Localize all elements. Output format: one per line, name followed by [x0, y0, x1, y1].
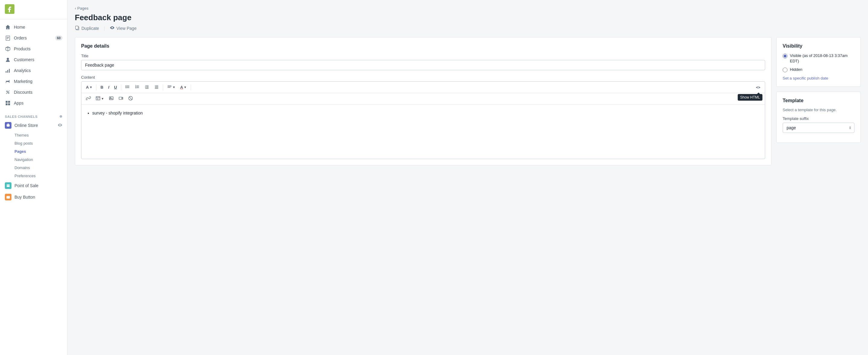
duplicate-button[interactable]: Duplicate: [75, 25, 99, 31]
sidebar-item-point-of-sale[interactable]: Point of Sale: [0, 180, 67, 191]
buy-button-icon: [5, 194, 11, 200]
subnav-navigation[interactable]: Navigation: [14, 156, 67, 164]
subnav-pages[interactable]: Pages: [14, 148, 67, 156]
svg-point-14: [8, 93, 9, 94]
template-suffix-select[interactable]: page contact faq: [783, 123, 855, 133]
sidebar-item-orders[interactable]: Orders 60: [0, 33, 67, 43]
customers-icon: [5, 57, 11, 63]
discounts-icon: [5, 89, 11, 95]
text-align-button[interactable]: ▼: [165, 83, 178, 92]
sidebar: Home Orders 60 Products Customers: [0, 0, 67, 355]
sidebar-item-analytics[interactable]: Analytics: [0, 65, 67, 76]
svg-point-26: [125, 86, 126, 86]
visible-label: Visible (as of 2018-08-13 3:37am EDT): [790, 53, 855, 64]
svg-rect-23: [6, 196, 10, 199]
clear-format-button[interactable]: [126, 94, 135, 103]
template-suffix-label: Template suffix: [783, 116, 855, 121]
svg-rect-11: [9, 69, 10, 73]
template-card: Template Select a template for this page…: [776, 92, 861, 143]
bullet-list-button[interactable]: [123, 83, 132, 92]
toolbar-divider-2: [121, 85, 121, 90]
bold-button[interactable]: B: [98, 84, 105, 91]
sidebar-item-apps[interactable]: Apps: [0, 98, 67, 108]
hidden-radio[interactable]: [783, 67, 787, 72]
visibility-hidden-option[interactable]: Hidden: [783, 67, 855, 72]
font-color-dropdown-arrow: ▼: [184, 86, 187, 89]
table-button[interactable]: ▼: [93, 94, 106, 103]
image-button[interactable]: [107, 94, 116, 103]
orders-badge: 60: [55, 36, 62, 40]
image-icon: [109, 96, 114, 102]
template-suffix-select-wrapper: page contact faq: [783, 123, 855, 133]
indent-button[interactable]: [142, 83, 151, 92]
underline-button[interactable]: U: [112, 84, 119, 91]
visibility-visible-option[interactable]: Visible (as of 2018-08-13 3:37am EDT): [783, 53, 855, 64]
hidden-label: Hidden: [790, 67, 802, 72]
set-publish-date-link[interactable]: Set a specific publish date: [783, 76, 828, 80]
svg-point-28: [125, 87, 126, 87]
visible-radio[interactable]: [783, 54, 787, 59]
svg-point-13: [7, 91, 8, 92]
link-icon: [86, 96, 91, 102]
align-icon: [167, 85, 172, 90]
link-button[interactable]: [84, 94, 93, 103]
sidebar-item-buy-button[interactable]: Buy Button: [0, 191, 67, 203]
subnav-preferences[interactable]: Preferences: [14, 172, 67, 180]
page-actions: Duplicate | View Page: [75, 25, 861, 31]
sidebar-item-home-label: Home: [14, 25, 25, 30]
svg-text:3.: 3.: [135, 87, 136, 89]
online-store-label: Online Store: [14, 123, 38, 128]
sidebar-item-discounts[interactable]: Discounts: [0, 87, 67, 98]
ordered-list-icon: 1.2.3.: [135, 85, 140, 90]
outdent-button[interactable]: [152, 83, 161, 92]
svg-marker-47: [155, 86, 155, 88]
font-size-button[interactable]: A ▼: [84, 84, 94, 91]
pos-label: Point of Sale: [14, 183, 38, 188]
editor-content-area[interactable]: survey - shopify integration: [82, 104, 765, 159]
breadcrumb[interactable]: ‹ Pages: [75, 6, 861, 10]
svg-point-8: [7, 58, 9, 60]
toolbar-divider-4: [191, 85, 191, 90]
title-input[interactable]: [81, 60, 765, 70]
view-page-button[interactable]: View Page: [110, 25, 136, 31]
svg-rect-25: [75, 26, 78, 29]
page-title: Feedback page: [75, 13, 861, 22]
orders-icon: [5, 35, 11, 41]
sidebar-item-marketing[interactable]: Marketing: [0, 76, 67, 87]
sidebar-item-products[interactable]: Products: [0, 43, 67, 54]
sidebar-item-products-label: Products: [14, 46, 30, 51]
page-details-title: Page details: [81, 43, 765, 49]
subnav-domains[interactable]: Domains: [14, 164, 67, 172]
sidebar-item-customers[interactable]: Customers: [0, 54, 67, 65]
svg-rect-51: [96, 96, 100, 100]
video-icon: [119, 96, 123, 102]
font-dropdown-arrow: ▼: [89, 86, 92, 89]
bold-icon: B: [100, 85, 103, 90]
underline-icon: U: [114, 85, 117, 90]
add-sales-channel-button[interactable]: ⊕: [59, 115, 62, 119]
subnav-blog-posts[interactable]: Blog posts: [14, 139, 67, 148]
sidebar-item-apps-label: Apps: [14, 101, 24, 105]
home-icon: [5, 24, 11, 30]
action-divider: |: [104, 26, 105, 31]
title-label: Title: [81, 54, 765, 58]
buy-button-label: Buy Button: [14, 195, 35, 199]
font-color-button[interactable]: A ▼: [178, 84, 189, 91]
align-dropdown-arrow: ▼: [173, 86, 176, 89]
sidebar-item-orders-label: Orders: [14, 36, 27, 40]
svg-rect-56: [119, 97, 122, 99]
italic-button[interactable]: I: [106, 84, 112, 91]
show-html-button[interactable]: <>: [754, 84, 763, 91]
table-dropdown-arrow: ▼: [101, 97, 104, 100]
sidebar-item-home[interactable]: Home: [0, 22, 67, 33]
sidebar-item-online-store[interactable]: Online Store: [0, 120, 67, 131]
html-icon: <>: [756, 85, 760, 90]
main-content: ‹ Pages Feedback page Duplicate | View P…: [67, 0, 868, 355]
ordered-list-button[interactable]: 1.2.3.: [133, 83, 142, 92]
template-title: Template: [783, 98, 855, 103]
svg-rect-18: [6, 103, 7, 105]
italic-icon: I: [108, 85, 110, 90]
sidebar-item-customers-label: Customers: [14, 57, 34, 62]
subnav-themes[interactable]: Themes: [14, 131, 67, 139]
video-button[interactable]: [116, 94, 125, 103]
